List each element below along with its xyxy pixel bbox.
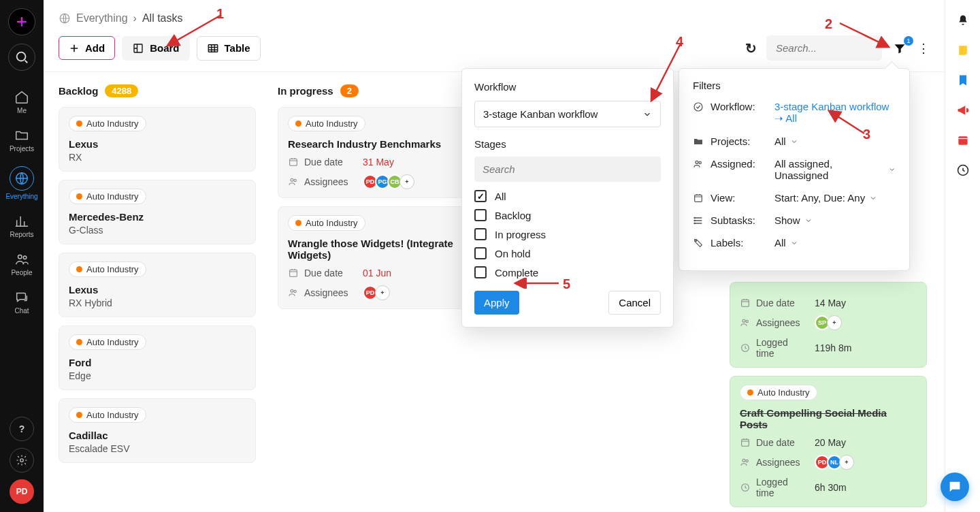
checkbox[interactable] — [474, 209, 487, 221]
calendar-icon[interactable] — [956, 133, 970, 147]
filter-row-value[interactable]: All — [774, 237, 896, 249]
filter-row-value[interactable]: All assigned, Unassigned — [774, 158, 896, 181]
checkbox[interactable] — [474, 247, 487, 259]
task-card[interactable]: Auto Industry Lexus RX — [59, 107, 256, 172]
project-tag[interactable]: Auto Industry — [69, 189, 146, 204]
board-icon — [132, 42, 144, 54]
filter-row-value[interactable]: 3-stage Kanban workflow ➝ All — [774, 101, 896, 125]
view-table-button[interactable]: Table — [197, 36, 261, 61]
logged-time-value: 6h 30m — [815, 482, 847, 493]
globe-icon — [59, 12, 71, 25]
task-card[interactable]: Auto Industry Cadillac Escalade ESV — [59, 398, 256, 463]
chevron-down-icon — [790, 138, 798, 146]
task-card[interactable]: Auto Industry Wrangle those Widgets! (In… — [278, 206, 475, 309]
project-tag[interactable]: Auto Industry — [69, 334, 146, 350]
left-sidebar: Me Projects Everything Reports People Ch… — [0, 0, 44, 512]
filter-row-value[interactable]: Start: Any, Due: Any — [774, 192, 896, 204]
column-backlog-title: Backlog — [59, 85, 98, 97]
view-board-button[interactable]: Board — [122, 36, 189, 61]
assignees-label: Assignees — [756, 457, 800, 468]
checkbox[interactable] — [474, 228, 487, 240]
task-card[interactable]: Auto Industry Lexus RX Hybrid — [59, 253, 256, 317]
filter-row[interactable]: View: Start: Any, Due: Any — [693, 192, 896, 204]
project-tag[interactable]: Auto Industry — [740, 385, 817, 400]
task-card[interactable]: Auto Industry Research Industry Benchmar… — [278, 107, 475, 198]
checkbox[interactable] — [474, 190, 487, 202]
filter-row[interactable]: Assigned: All assigned, Unassigned — [693, 158, 896, 181]
project-tag[interactable]: Auto Industry — [288, 215, 365, 231]
bookmark-icon[interactable] — [956, 74, 970, 87]
stage-option[interactable]: Backlog — [474, 209, 661, 221]
add-assignee-button[interactable]: + — [827, 315, 842, 330]
stage-label: Complete — [495, 267, 538, 278]
refresh-button[interactable]: ↻ — [745, 40, 757, 57]
svg-rect-8 — [290, 159, 297, 165]
filter-row[interactable]: Projects: All — [693, 135, 896, 147]
stage-option[interactable]: Complete — [474, 266, 661, 278]
project-tag[interactable]: Auto Industry — [288, 116, 365, 131]
filter-row[interactable]: Subtasks: Show — [693, 214, 896, 226]
add-button-label: Add — [85, 42, 105, 54]
filter-row-icon — [693, 136, 704, 147]
user-avatar[interactable]: PD — [10, 479, 34, 504]
project-tag[interactable]: Auto Industry — [69, 407, 146, 423]
workflow-select[interactable]: 3-stage Kanban workflow — [474, 101, 661, 127]
task-card[interactable]: Due date14 May AssigneesSP+ Logged time1… — [730, 282, 927, 368]
filter-row-icon — [693, 159, 704, 170]
nav-projects[interactable]: Projects — [10, 128, 34, 153]
stage-option[interactable]: All — [474, 190, 661, 202]
task-subtitle: RX — [69, 152, 246, 163]
more-menu-button[interactable]: ⋮ — [917, 41, 930, 56]
help-button[interactable]: ? — [10, 417, 34, 441]
global-search-button[interactable] — [8, 44, 35, 71]
breadcrumb-root[interactable]: Everything — [76, 12, 128, 25]
filter-row-icon — [693, 215, 704, 226]
task-card[interactable]: Auto Industry Ford Edge — [59, 325, 256, 390]
settings-button[interactable] — [10, 448, 34, 473]
due-date-value: 01 Jun — [363, 268, 391, 278]
filter-row-label: Workflow: — [710, 101, 755, 112]
search-input[interactable] — [766, 35, 882, 61]
cancel-button[interactable]: Cancel — [608, 291, 661, 315]
nav-chat[interactable]: Chat — [14, 290, 29, 315]
filter-row[interactable]: Labels: All — [693, 237, 896, 249]
project-tag[interactable]: Auto Industry — [69, 116, 146, 131]
add-assignee-button[interactable]: + — [399, 174, 414, 189]
nav-reports[interactable]: Reports — [10, 214, 33, 238]
task-card[interactable]: Auto Industry Mercedes-Benz G-Class — [59, 180, 256, 244]
filter-button[interactable]: 1 — [892, 40, 908, 57]
note-icon[interactable] — [956, 44, 970, 57]
apply-button[interactable]: Apply — [474, 291, 519, 315]
stage-option[interactable]: In progress — [474, 228, 661, 240]
workflow-popover-title: Workflow — [474, 81, 661, 93]
due-date-label: Due date — [756, 437, 795, 448]
nav-everything[interactable]: Everything — [5, 166, 37, 200]
filter-row-value[interactable]: Show — [774, 214, 896, 226]
stage-option[interactable]: On hold — [474, 247, 661, 259]
chevron-down-icon — [888, 165, 896, 174]
filter-row-value[interactable]: All — [774, 135, 896, 147]
add-assignee-button[interactable]: + — [375, 285, 390, 300]
workflow-popover: Workflow 3-stage Kanban workflow Stages … — [461, 68, 674, 327]
checkbox[interactable] — [474, 266, 487, 278]
due-date-label: Due date — [304, 157, 343, 167]
add-button[interactable]: Add — [59, 36, 115, 60]
clock-icon[interactable] — [956, 163, 970, 177]
nav-people[interactable]: People — [11, 252, 32, 276]
nav-me[interactable]: Me — [14, 90, 29, 114]
add-assignee-button[interactable]: + — [839, 455, 854, 470]
bell-icon[interactable] — [956, 14, 970, 27]
stage-search-input[interactable] — [474, 157, 661, 182]
megaphone-icon[interactable] — [956, 103, 970, 117]
filter-row-label: Subtasks: — [710, 214, 755, 226]
filter-row-label: View: — [710, 192, 735, 204]
breadcrumb-leaf[interactable]: All tasks — [142, 12, 183, 25]
task-card[interactable]: Auto Industry Craft Compelling Social Me… — [730, 376, 927, 507]
support-chat-button[interactable] — [941, 473, 969, 501]
svg-point-19 — [742, 459, 745, 462]
global-add-button[interactable] — [8, 8, 35, 35]
nav-people-label: People — [11, 269, 32, 276]
project-tag[interactable]: Auto Industry — [69, 261, 146, 277]
filter-row[interactable]: Workflow: 3-stage Kanban workflow ➝ All — [693, 101, 896, 125]
svg-rect-14 — [742, 300, 749, 306]
